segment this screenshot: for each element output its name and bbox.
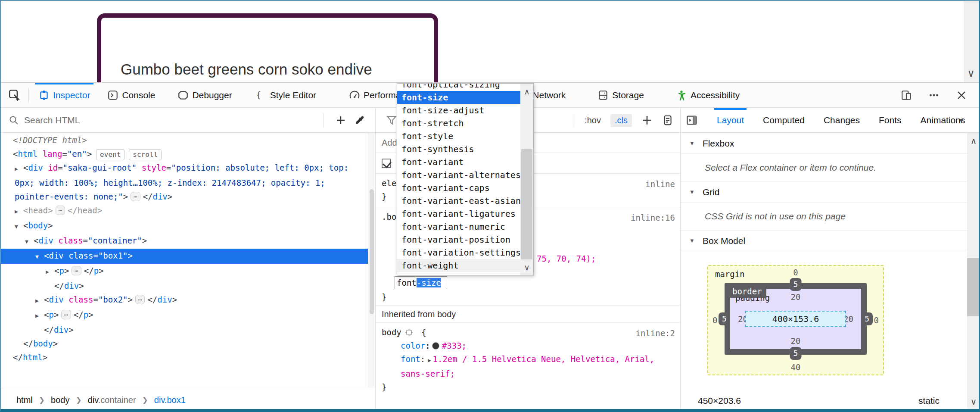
tree-node[interactable]: </div> bbox=[0, 279, 368, 293]
color-swatch[interactable] bbox=[432, 342, 439, 350]
breadcrumb-item-div-box1[interactable]: div.box1 bbox=[154, 395, 186, 405]
ellipsis-badge[interactable]: ⋯ bbox=[131, 192, 140, 201]
sidebar-tab-layout[interactable]: Layout bbox=[717, 108, 744, 132]
autocomplete-item-font-variant[interactable]: font-variant bbox=[397, 156, 520, 169]
css-declaration[interactable]: color:#333; bbox=[382, 339, 680, 353]
autocomplete-item-font-variant-east-asian[interactable]: font-variant-east-asian bbox=[397, 194, 520, 207]
tree-node[interactable]: ▼<body> bbox=[0, 218, 368, 234]
tree-node[interactable]: ▶<div class="box2">⋯</div> bbox=[0, 293, 368, 308]
ellipsis-badge[interactable]: ⋯ bbox=[135, 295, 145, 304]
ellipsis-badge[interactable]: ⋯ bbox=[56, 206, 65, 215]
tree-node-selected[interactable]: ▼<div class="box1"> bbox=[0, 249, 368, 264]
box-model-content[interactable]: 400×153.6 bbox=[745, 311, 846, 327]
new-property-input[interactable]: font-size bbox=[395, 276, 447, 289]
filter-styles-icon[interactable] bbox=[386, 115, 397, 126]
autocomplete-item-font-stretch[interactable]: font-stretch bbox=[397, 117, 520, 130]
scroll-up-arrow-icon[interactable]: ∧ bbox=[967, 136, 980, 146]
devtools-tab-storage[interactable]: Storage bbox=[597, 83, 644, 107]
sidebar-toggle-button[interactable] bbox=[686, 114, 698, 126]
flexbox-section-header[interactable]: ▼ Flexbox bbox=[681, 133, 967, 154]
ellipsis-badge[interactable]: ⋯ bbox=[61, 310, 71, 319]
breadcrumb-item-body[interactable]: body bbox=[51, 395, 69, 405]
autocomplete-item-font-size-adjust[interactable]: font-size-adjust bbox=[397, 104, 520, 117]
markup-scrollbar[interactable] bbox=[368, 133, 375, 387]
tree-node[interactable]: ▶<p>⋯</p> bbox=[0, 308, 368, 323]
border-left-value[interactable]: 5 bbox=[719, 312, 730, 325]
expand-arrow-icon[interactable]: ▼ bbox=[35, 250, 44, 264]
autocomplete-item-font-optical-sizing[interactable]: font-optical-sizing bbox=[397, 83, 520, 91]
tree-node[interactable]: <!DOCTYPE html> bbox=[0, 133, 368, 147]
rule-source-link[interactable]: inline:2 bbox=[635, 327, 675, 340]
responsive-design-mode-button[interactable] bbox=[900, 89, 913, 102]
autocomplete-item-font-variant-ligatures[interactable]: font-variant-ligatures bbox=[397, 207, 520, 220]
sidebar-tab-fonts[interactable]: Fonts bbox=[879, 108, 902, 132]
body-rule[interactable]: body { inline:2 color:#333; font:▶1.2em … bbox=[376, 323, 680, 397]
devtools-tab-console[interactable]: Console bbox=[107, 83, 155, 107]
border-right-value[interactable]: 5 bbox=[861, 312, 873, 325]
padding-bottom-value[interactable]: 20 bbox=[730, 336, 861, 346]
autocomplete-item-font-variant-alternates[interactable]: font-variant-alternates bbox=[397, 169, 520, 181]
print-media-button[interactable] bbox=[662, 115, 673, 126]
autocomplete-item-font-variant-caps[interactable]: font-variant-caps bbox=[397, 181, 520, 194]
box-model-padding[interactable]: padding 20 20 20 20 400×153.6 bbox=[730, 289, 861, 349]
box-model-margin[interactable]: margin 0 40 0 0 border 5 5 5 5 padding bbox=[707, 265, 884, 375]
tree-node[interactable]: ▼<div class="container"> bbox=[0, 234, 368, 249]
event-badge[interactable]: scroll bbox=[129, 149, 162, 160]
expand-arrow-icon[interactable]: ▼ bbox=[25, 235, 34, 249]
autocomplete-item-font-weight[interactable]: font-weight bbox=[397, 259, 520, 272]
popup-scrollbar[interactable]: ∧ ∨ bbox=[520, 84, 533, 275]
search-html-input[interactable]: Search HTML bbox=[0, 115, 323, 125]
add-rule-button[interactable] bbox=[641, 115, 653, 126]
tree-node[interactable]: ▶<p>⋯</p> bbox=[0, 264, 368, 279]
tree-node[interactable]: ▶<div id="saka-gui-root" style="position… bbox=[0, 161, 368, 203]
autocomplete-item-font-size[interactable]: font-size bbox=[397, 91, 520, 104]
expand-arrow-icon[interactable]: ▶ bbox=[15, 162, 23, 176]
expand-arrow-icon[interactable]: ▼ bbox=[15, 220, 23, 234]
sidebar-tab-computed[interactable]: Computed bbox=[763, 108, 805, 132]
grid-section-header[interactable]: ▼ Grid bbox=[681, 182, 967, 203]
expand-arrow-icon[interactable]: ▶ bbox=[46, 265, 54, 279]
autocomplete-item-font-variant-position[interactable]: font-variant-position bbox=[397, 233, 520, 246]
class-checkbox[interactable] bbox=[382, 159, 391, 168]
border-bottom-value[interactable]: 5 bbox=[790, 347, 802, 360]
css-declaration[interactable]: font:▶1.2em / 1.5 Helvetica Neue, Helvet… bbox=[382, 353, 657, 381]
margin-left-value[interactable]: 0 bbox=[712, 315, 717, 325]
margin-top-value[interactable]: 0 bbox=[708, 268, 883, 277]
pseudo-class-toggle[interactable]: :hov bbox=[585, 115, 601, 125]
tree-node[interactable]: </div> bbox=[0, 323, 368, 337]
class-toggle[interactable]: .cls bbox=[610, 114, 632, 127]
page-scrollbar[interactable]: ∨ bbox=[964, 1, 979, 82]
all-tabs-caret-icon[interactable]: ▼ bbox=[958, 117, 964, 124]
breadcrumb-item-div[interactable]: div.container bbox=[88, 395, 136, 405]
close-devtools-button[interactable] bbox=[955, 89, 968, 102]
scroll-down-arrow-icon[interactable]: ∨ bbox=[967, 396, 980, 407]
tree-node[interactable]: ▶<head>⋯</head> bbox=[0, 203, 368, 218]
autocomplete-item-font-variant-numeric[interactable]: font-variant-numeric bbox=[397, 220, 520, 233]
eyedropper-button[interactable] bbox=[350, 112, 369, 129]
expand-arrow-icon[interactable]: ▶ bbox=[428, 354, 431, 367]
layout-scrollbar[interactable]: ∧ ∨ bbox=[967, 133, 980, 412]
devtools-tab-debugger[interactable]: Debugger bbox=[177, 83, 232, 107]
scrollbar-thumb[interactable] bbox=[967, 258, 980, 316]
rule-source-link[interactable]: inline:16 bbox=[631, 211, 675, 225]
event-badge[interactable]: event bbox=[96, 149, 124, 160]
autocomplete-item-font-variation-settings[interactable]: font-variation-settings bbox=[397, 246, 520, 259]
sidebar-tab-changes[interactable]: Changes bbox=[824, 108, 860, 132]
tree-node[interactable]: </body> bbox=[0, 337, 368, 350]
border-top-value[interactable]: 5 bbox=[790, 278, 802, 291]
rule-source-link[interactable]: inline bbox=[645, 178, 675, 191]
scrollbar-thumb[interactable] bbox=[521, 149, 532, 259]
node-picker-button[interactable] bbox=[6, 87, 23, 104]
box-model-border[interactable]: border 5 5 5 5 padding 20 20 20 20 bbox=[725, 283, 867, 355]
devtools-tab-inspector[interactable]: Inspector bbox=[38, 83, 90, 107]
expand-arrow-icon[interactable]: ▶ bbox=[15, 205, 23, 218]
autocomplete-item-font-synthesis[interactable]: font-synthesis bbox=[397, 143, 520, 156]
expand-arrow-icon[interactable]: ▶ bbox=[35, 294, 44, 308]
box-model-section-header[interactable]: ▼ Box Model bbox=[681, 231, 967, 251]
expand-arrow-icon[interactable]: ▶ bbox=[35, 309, 44, 323]
scroll-down-arrow-icon[interactable]: ∨ bbox=[520, 263, 533, 272]
scroll-down-arrow-icon[interactable]: ∨ bbox=[966, 69, 976, 78]
tree-node[interactable]: <html lang="en">eventscroll bbox=[0, 147, 368, 161]
ellipsis-badge[interactable]: ⋯ bbox=[72, 266, 81, 275]
add-node-button[interactable] bbox=[331, 112, 350, 129]
